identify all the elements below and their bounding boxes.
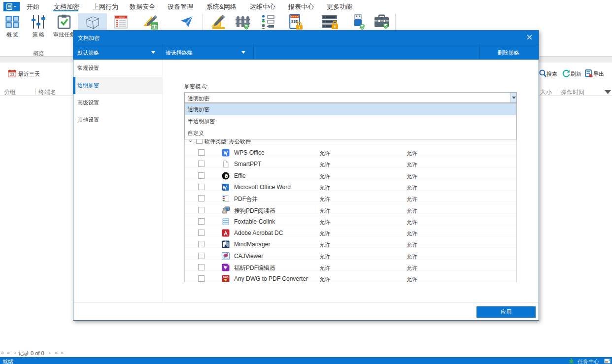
svg-text:23: 23: [10, 72, 14, 77]
svg-text:SSD: SSD: [291, 20, 298, 23]
svg-text:DWG: DWG: [223, 276, 229, 279]
